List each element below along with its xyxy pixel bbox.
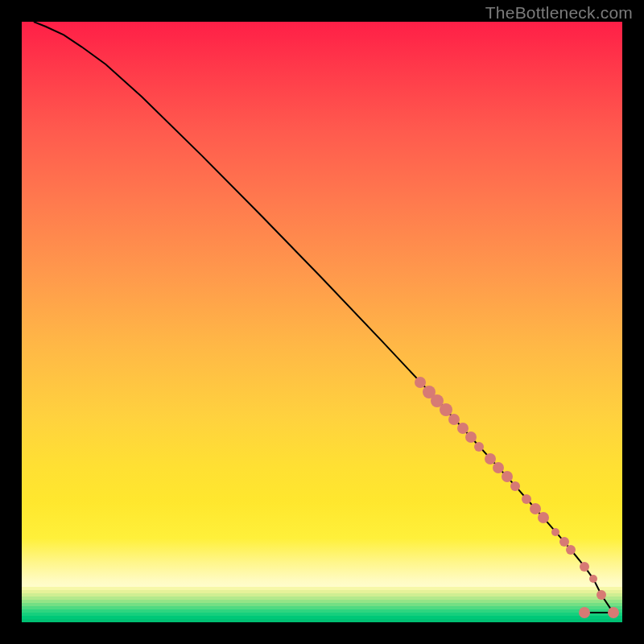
plot-area: [22, 22, 622, 622]
curve-point: [580, 562, 589, 572]
curve-point: [510, 481, 520, 491]
tail-point: [608, 607, 619, 618]
curve-point: [522, 494, 531, 504]
curve-point: [551, 528, 559, 536]
curve-point: [559, 537, 569, 547]
curve-point: [597, 590, 606, 600]
tail-point: [579, 607, 590, 618]
chart-stage: TheBottleneck.com: [0, 0, 644, 644]
curve-point: [474, 442, 484, 452]
curve-point: [465, 431, 477, 443]
curve-layer: [22, 22, 622, 622]
curve-point: [538, 512, 549, 523]
curve-point: [589, 575, 597, 583]
bottleneck-curve: [34, 22, 613, 613]
curve-point: [566, 545, 576, 555]
curve-point: [502, 471, 513, 482]
watermark-text: TheBottleneck.com: [485, 3, 633, 23]
